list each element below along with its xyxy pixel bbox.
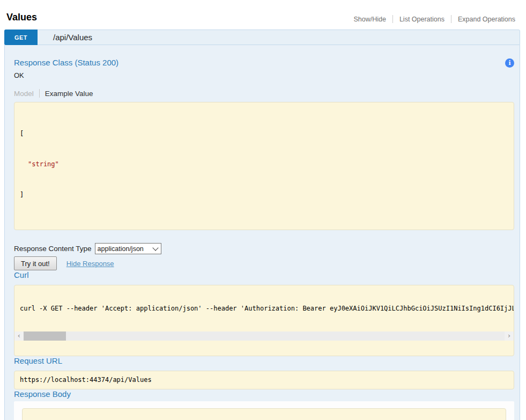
code-line: "string" [20, 159, 508, 170]
chevron-down-icon [152, 245, 158, 250]
actions-row: Try it out! Hide Response [14, 256, 514, 270]
page-title: Values [6, 12, 37, 23]
operation-content-panel: Response Class (Status 200) i OK Model E… [4, 45, 520, 420]
endpoint-heading-bar: GET /api/Values [4, 30, 520, 45]
curl-command: curl -X GET --header 'Accept: applicatio… [14, 300, 514, 316]
response-body-code: [ "value1", "value2" ] [22, 408, 506, 420]
curl-heading: Curl [14, 270, 514, 280]
endpoint-path[interactable]: /api/Values [53, 33, 92, 42]
request-url-code: https://localhost:44374/api/Values [14, 371, 514, 389]
nav-show-hide[interactable]: Show/Hide [347, 16, 392, 23]
scrollbar-thumb[interactable] [24, 331, 66, 341]
response-class-description: OK [14, 71, 514, 79]
response-content-type-row: Response Content Type application/json [14, 243, 514, 254]
nav-expand-operations[interactable]: Expand Operations [451, 16, 515, 23]
example-value-code: [ "string" ] [14, 102, 514, 230]
request-url-heading: Request URL [14, 356, 514, 366]
tab-model[interactable]: Model [14, 90, 39, 98]
response-content-type-select[interactable]: application/json [95, 243, 161, 254]
response-body-heading: Response Body [14, 389, 514, 399]
selected-content-type: application/json [98, 245, 144, 253]
scroll-right-arrow-icon[interactable]: › [505, 331, 514, 341]
info-icon[interactable]: i [505, 58, 514, 68]
scrollbar-track[interactable] [24, 331, 505, 341]
tab-example-value[interactable]: Example Value [40, 90, 93, 98]
resource-nav: Show/Hide List Operations Expand Operati… [347, 15, 515, 23]
response-body-container: [ "value1", "value2" ] [14, 401, 514, 420]
response-class-row: Response Class (Status 200) i [14, 58, 514, 68]
try-it-out-button[interactable]: Try it out! [14, 256, 57, 270]
response-content-type-label: Response Content Type [14, 245, 92, 253]
schema-tabs: Model Example Value [14, 89, 514, 98]
http-method-get-button[interactable]: GET [4, 30, 38, 45]
curl-code-block: curl -X GET --header 'Accept: applicatio… [14, 285, 514, 356]
response-class-heading: Response Class (Status 200) [14, 58, 118, 68]
hide-response-link[interactable]: Hide Response [66, 260, 114, 268]
nav-list-operations[interactable]: List Operations [393, 16, 451, 23]
horizontal-scrollbar[interactable]: ‹ › [14, 331, 514, 341]
code-line: ] [20, 190, 508, 200]
scroll-left-arrow-icon[interactable]: ‹ [14, 331, 24, 341]
operation-container: GET /api/Values Response Class (Status 2… [4, 30, 520, 420]
page-header: Values Show/Hide List Operations Expand … [0, 0, 526, 30]
code-line: [ [20, 129, 508, 139]
